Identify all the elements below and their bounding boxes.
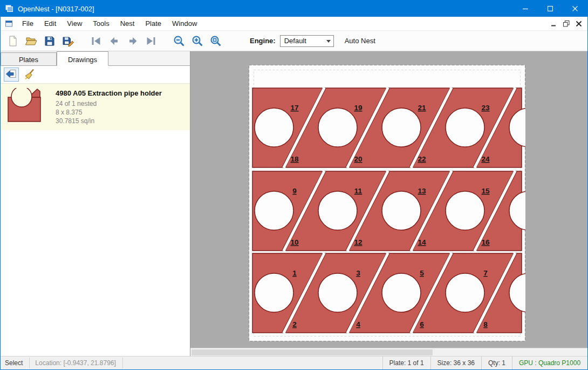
nav-prev-button[interactable] [105,33,124,49]
drawing-nested-count: 24 of 1 nested [56,99,186,108]
part-label: 24 [481,155,490,163]
app-window: OpenNest - [N0317-002] FileEditViewTools… [0,0,588,370]
menu-bar: FileEditViewToolsNestPlateWindow [1,17,587,31]
part-label: 18 [290,155,299,163]
pipe-hole [255,108,293,147]
content-area: Plates Drawings [1,51,587,356]
menu-item-edit[interactable]: Edit [39,17,61,30]
list-item[interactable]: 4980 A05 Extraction pipe holder 24 of 1 … [1,84,190,130]
status-mode: Select [1,356,29,369]
nav-next-button[interactable] [124,33,142,49]
panel-arrow-button[interactable] [4,68,19,82]
zoom-fit-button[interactable] [207,33,225,49]
open-button[interactable] [22,33,40,49]
part-label: 10 [290,238,298,246]
part-label: 14 [418,238,426,246]
zoom-out-icon [173,35,186,48]
part-label: 6 [420,320,424,328]
mdi-minimize-button[interactable] [550,19,558,28]
menu-item-plate[interactable]: Plate [140,17,167,30]
scrollbar-corner [579,348,587,356]
status-qty: Qty: 1 [481,356,512,369]
tab-drawings[interactable]: Drawings [57,51,108,66]
window-minimize-button[interactable] [513,1,538,17]
menu-item-view[interactable]: View [61,17,87,30]
nav-first-button[interactable] [87,33,105,49]
pipe-hole [318,108,357,147]
window-close-button[interactable] [563,1,587,17]
pipe-hole [446,108,484,147]
engine-value: Default [284,37,306,45]
mdi-close-button[interactable] [575,19,583,28]
left-panel: Plates Drawings [1,51,190,356]
auto-nest-button[interactable]: Auto Nest [345,37,375,45]
part-label: 5 [420,269,424,277]
pipe-hole [255,273,293,312]
horizontal-scrollbar[interactable] [190,348,579,356]
engine-label: Engine: [250,37,276,45]
zoom-out-button[interactable] [170,33,188,49]
nav-last-icon [145,35,158,48]
close-icon [572,6,578,11]
minimize-icon [523,6,528,11]
pipe-hole [382,108,421,147]
tool-bar: Engine: Default Auto Nest [1,31,587,51]
save-button[interactable] [40,33,59,49]
engine-select[interactable]: Default [280,35,334,47]
window-title: OpenNest - [N0317-002] [18,5,94,13]
close-icon [576,21,582,27]
save-edit-button[interactable] [59,33,77,49]
nav-prev-icon [108,35,121,48]
drawing-list-empty-area [1,130,190,356]
panel-broom-button[interactable] [22,68,37,82]
part-label: 13 [418,187,426,195]
mdi-window-controls [550,17,583,31]
menu-item-tools[interactable]: Tools [87,17,114,30]
mdi-restore-button[interactable] [562,19,571,28]
tab-plates[interactable]: Plates [1,52,57,65]
pipe-hole [382,191,421,230]
zoom-in-button[interactable] [188,33,207,49]
part-label: 1 [292,269,297,277]
app-icon [5,4,13,13]
pipe-hole [446,273,484,312]
page-arrow-left-icon [5,68,18,81]
pipe-hole [255,191,293,230]
status-bar: Select Location: [-0.9437, 21.8796] Plat… [1,356,587,369]
nav-next-icon [126,35,139,48]
nav-last-button[interactable] [142,33,160,49]
part-thumbnail-image [6,88,44,124]
zoom-in-icon [191,35,204,48]
part-label: 2 [292,320,297,328]
broom-icon [23,68,36,81]
part-label: 23 [481,104,490,112]
new-button[interactable] [4,33,22,49]
scrollbar-thumb[interactable] [192,349,433,355]
panel-tabs: Plates Drawings [1,51,190,66]
part-label: 4 [356,320,360,328]
panel-toolbar [1,66,190,84]
part-label: 8 [483,320,488,328]
part-label: 3 [356,269,360,277]
window-maximize-button[interactable] [538,1,563,17]
drawing-title: 4980 A05 Extraction pipe holder [56,89,186,97]
status-gpu: GPU : Quadro P1000 [512,356,587,369]
status-size: Size: 36 x 36 [430,356,481,369]
status-plate: Plate: 1 of 1 [382,356,430,369]
menu-item-nest[interactable]: Nest [115,17,140,30]
part-thumbnail [6,88,56,126]
new-icon [6,35,19,48]
minimize-icon [551,21,557,27]
title-bar: OpenNest - [N0317-002] [1,1,587,17]
part-label: 7 [483,269,488,277]
part-label: 12 [354,238,362,246]
pipe-hole [318,273,357,312]
nest-canvas[interactable]: 171921231820222491113151012141613572468 [190,51,587,356]
menu-items: FileEditViewToolsNestPlateWindow [17,17,202,30]
menu-item-window[interactable]: Window [167,17,202,30]
menu-item-file[interactable]: File [17,17,39,30]
save-edit-icon [61,35,74,48]
part-label: 22 [418,155,426,163]
status-location: Location: [-0.9437, 21.8796] [30,356,122,369]
part-label: 17 [290,104,298,112]
